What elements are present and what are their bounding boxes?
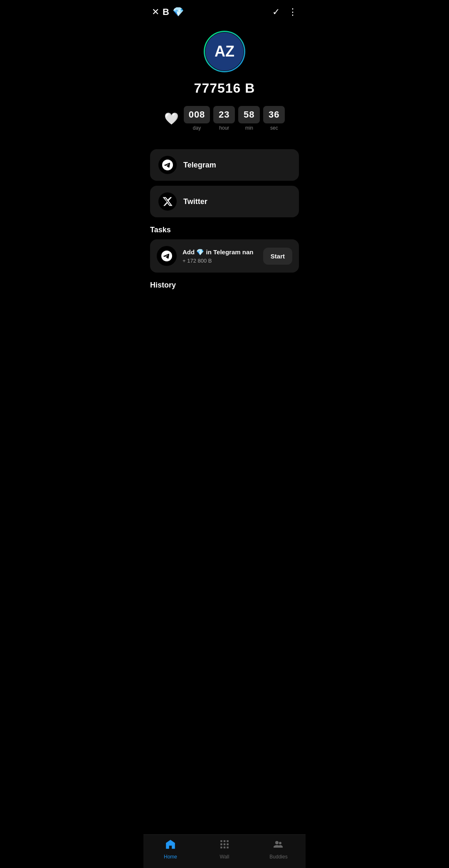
timer-days-value: 008	[189, 109, 205, 120]
timer-section: 🤍 008 day 23 hour 58 min	[164, 106, 285, 131]
telegram-icon	[162, 160, 173, 170]
brand-letter: B	[163, 7, 169, 17]
history-section-title: History	[150, 281, 299, 290]
timer-seconds-box: 36	[263, 106, 285, 123]
balance-display: 777516 B	[194, 81, 255, 96]
timer-seconds-value: 36	[269, 109, 279, 120]
twitter-icon-wrap	[158, 192, 177, 211]
timer-hours-value: 23	[219, 109, 229, 120]
telegram-button[interactable]: Telegram	[150, 149, 299, 181]
avatar: AZ	[205, 32, 244, 71]
avatar-section: AZ 777516 B 🤍 008 day 23 hour	[143, 21, 306, 149]
checkmark-icon[interactable]: ✓	[272, 7, 280, 17]
telegram-label: Telegram	[183, 161, 216, 170]
task-icon-wrap	[157, 246, 177, 266]
timer-seconds-label: sec	[270, 125, 278, 131]
telegram-icon-wrap	[158, 156, 177, 174]
timer-minutes: 58 min	[238, 106, 260, 131]
timer-seconds: 36 sec	[263, 106, 285, 131]
timer-days-label: day	[193, 125, 201, 131]
timer-days-box: 008	[184, 106, 210, 123]
balance-currency: B	[245, 81, 255, 96]
timer-days: 008 day	[184, 106, 210, 131]
top-bar-right: ✓ ⋮	[272, 7, 297, 17]
task-card: Add 💎 in Telegram nan + 172 800 B Start	[150, 239, 299, 273]
task-info: Add 💎 in Telegram nan + 172 800 B	[183, 248, 257, 264]
timer-minutes-box: 58	[238, 106, 260, 123]
avatar-ring: AZ	[204, 31, 245, 72]
more-options-icon[interactable]: ⋮	[288, 7, 297, 17]
main-content: Telegram Twitter Tasks Add 💎 in Telegram…	[143, 149, 306, 290]
timer-hours: 23 hour	[213, 106, 235, 131]
top-bar: ✕ B 💎 ✓ ⋮	[143, 0, 306, 21]
timer-minutes-label: min	[245, 125, 253, 131]
twitter-icon	[162, 196, 173, 207]
timer-hours-label: hour	[219, 125, 229, 131]
top-bar-left: ✕ B 💎	[152, 7, 184, 17]
timer-minutes-value: 58	[244, 109, 254, 120]
task-telegram-icon	[161, 251, 172, 261]
diamond-icon: 💎	[173, 7, 184, 17]
balance-amount: 777516	[194, 81, 241, 96]
start-task-button[interactable]: Start	[263, 248, 292, 265]
tasks-section-title: Tasks	[150, 226, 299, 234]
timer-hours-box: 23	[213, 106, 235, 123]
twitter-label: Twitter	[183, 197, 207, 206]
heart-icon: 🤍	[164, 112, 179, 125]
task-reward: + 172 800 B	[183, 258, 257, 264]
avatar-initials: AZ	[215, 43, 234, 60]
task-title: Add 💎 in Telegram nan	[183, 248, 257, 256]
close-icon[interactable]: ✕	[152, 7, 159, 17]
twitter-button[interactable]: Twitter	[150, 186, 299, 217]
